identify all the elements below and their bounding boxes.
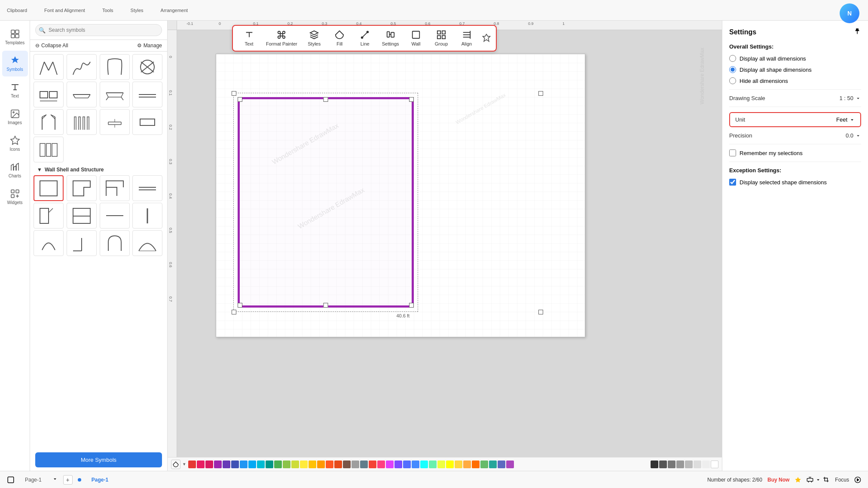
color-swatch[interactable] bbox=[266, 461, 273, 468]
color-swatch[interactable] bbox=[317, 461, 325, 468]
search-input[interactable] bbox=[35, 24, 162, 36]
ft-align-button[interactable]: Align bbox=[455, 28, 479, 48]
color-swatch[interactable] bbox=[309, 461, 316, 468]
focus-button[interactable]: Focus bbox=[835, 477, 849, 483]
list-item[interactable] bbox=[132, 203, 162, 229]
drawing-scale-select[interactable]: 1 : 50 bbox=[839, 95, 861, 101]
color-swatch[interactable] bbox=[343, 461, 351, 468]
color-swatch[interactable] bbox=[214, 461, 222, 468]
ft-format-painter-button[interactable]: Format Painter bbox=[263, 28, 301, 48]
color-swatch[interactable] bbox=[274, 461, 282, 468]
color-swatch[interactable] bbox=[351, 461, 359, 468]
color-arrow[interactable]: ▾ bbox=[183, 461, 186, 467]
sidebar-item-text[interactable]: Text bbox=[2, 77, 28, 103]
canvas-background[interactable]: 40.6 ft Wondershare EdrawMax Wondershare… bbox=[177, 30, 722, 457]
color-swatch[interactable] bbox=[386, 461, 394, 468]
more-symbols-button[interactable]: More Symbols bbox=[35, 452, 162, 467]
radio-wall-input[interactable] bbox=[729, 55, 736, 62]
list-item[interactable] bbox=[100, 54, 130, 80]
list-item[interactable] bbox=[67, 230, 97, 256]
color-swatch[interactable] bbox=[412, 461, 419, 468]
sidebar-item-icons[interactable]: Icons bbox=[2, 131, 28, 156]
sidebar-item-symbols[interactable]: Symbols bbox=[2, 51, 28, 76]
pin-settings-button[interactable] bbox=[853, 27, 861, 37]
color-swatch[interactable] bbox=[231, 461, 239, 468]
buy-now-button[interactable]: Buy Now bbox=[767, 477, 789, 483]
page-dropdown-button[interactable] bbox=[52, 476, 58, 483]
precision-select[interactable]: 0.0 bbox=[846, 132, 861, 139]
color-swatch[interactable] bbox=[300, 461, 308, 468]
page-tab-active[interactable]: Page-1 bbox=[86, 475, 113, 485]
add-page-button[interactable]: + bbox=[63, 475, 73, 485]
list-item[interactable] bbox=[34, 203, 64, 229]
fill-indicator[interactable] bbox=[171, 460, 180, 469]
sidebar-item-templates[interactable]: Templates bbox=[2, 24, 28, 50]
radio-hide-all[interactable]: Hide all dimensions bbox=[729, 77, 861, 84]
wall-section-header[interactable]: ▼ Wall Shell and Structure bbox=[34, 164, 164, 175]
manage-button[interactable]: ⚙ Manage bbox=[137, 43, 162, 49]
color-swatch[interactable] bbox=[394, 461, 402, 468]
crop-icon[interactable] bbox=[823, 476, 830, 483]
color-swatch[interactable] bbox=[429, 461, 437, 468]
remember-selections[interactable]: Remember my selections bbox=[729, 149, 861, 156]
color-swatch[interactable] bbox=[420, 461, 428, 468]
list-item[interactable] bbox=[34, 54, 64, 80]
unit-select[interactable]: Feet bbox=[836, 116, 855, 123]
exception-checkbox[interactable] bbox=[729, 179, 736, 186]
color-swatch[interactable] bbox=[676, 461, 684, 468]
ft-group-button[interactable]: Group bbox=[430, 28, 453, 48]
ft-styles-button[interactable]: Styles bbox=[303, 28, 326, 48]
color-swatch[interactable] bbox=[446, 461, 454, 468]
color-swatch[interactable] bbox=[197, 461, 205, 468]
color-swatch[interactable] bbox=[498, 461, 505, 468]
list-item[interactable] bbox=[132, 109, 162, 135]
sidebar-item-charts[interactable]: Charts bbox=[2, 157, 28, 183]
color-swatch[interactable] bbox=[283, 461, 290, 468]
color-swatch[interactable] bbox=[702, 461, 710, 468]
color-swatch[interactable] bbox=[480, 461, 488, 468]
color-swatch[interactable] bbox=[326, 461, 333, 468]
list-item[interactable] bbox=[34, 175, 64, 201]
color-swatch[interactable] bbox=[472, 461, 480, 468]
sel-handle-bl[interactable] bbox=[232, 310, 236, 314]
page-tab-inactive[interactable]: Page-1 bbox=[20, 475, 47, 485]
exception-option[interactable]: Display selected shape dimensions bbox=[729, 179, 861, 186]
remember-checkbox[interactable] bbox=[729, 149, 736, 156]
play-icon[interactable] bbox=[854, 476, 861, 483]
color-swatch[interactable] bbox=[223, 461, 230, 468]
list-item[interactable] bbox=[132, 82, 162, 107]
color-swatch[interactable] bbox=[360, 461, 368, 468]
list-item[interactable] bbox=[67, 175, 97, 201]
sidebar-item-images[interactable]: Images bbox=[2, 104, 28, 130]
list-item[interactable] bbox=[132, 230, 162, 256]
list-item[interactable] bbox=[100, 175, 130, 201]
ft-fill-button[interactable]: Fill bbox=[328, 28, 351, 48]
pin-button[interactable] bbox=[482, 34, 492, 43]
color-swatch[interactable] bbox=[659, 461, 667, 468]
ft-line-button[interactable]: Line bbox=[353, 28, 377, 48]
page-expand-button[interactable] bbox=[7, 476, 15, 484]
color-swatch[interactable] bbox=[377, 461, 385, 468]
color-swatch[interactable] bbox=[291, 461, 299, 468]
ft-wall-button[interactable]: Wall bbox=[404, 28, 428, 48]
sidebar-item-widgets[interactable]: Widgets bbox=[2, 184, 28, 210]
collapse-all-button[interactable]: ⊖ Collapse All bbox=[35, 43, 68, 49]
list-item[interactable] bbox=[100, 82, 130, 107]
list-item[interactable] bbox=[132, 175, 162, 201]
radio-shape-input[interactable] bbox=[729, 66, 736, 73]
color-swatch[interactable] bbox=[711, 461, 718, 468]
color-swatch[interactable] bbox=[668, 461, 675, 468]
list-item[interactable] bbox=[100, 203, 130, 229]
radio-display-shape[interactable]: Display all shape dimensions bbox=[729, 66, 861, 73]
color-swatch[interactable] bbox=[369, 461, 376, 468]
radio-display-wall[interactable]: Display all wall dimensions bbox=[729, 55, 861, 62]
list-item[interactable] bbox=[67, 203, 97, 229]
color-swatch[interactable] bbox=[188, 461, 196, 468]
color-swatch[interactable] bbox=[489, 461, 497, 468]
color-swatch[interactable] bbox=[463, 461, 471, 468]
color-swatch[interactable] bbox=[248, 461, 256, 468]
sel-handle-tl[interactable] bbox=[232, 91, 236, 96]
list-item[interactable] bbox=[67, 82, 97, 107]
sel-handle-tr[interactable] bbox=[538, 91, 543, 96]
color-swatch[interactable] bbox=[205, 461, 213, 468]
